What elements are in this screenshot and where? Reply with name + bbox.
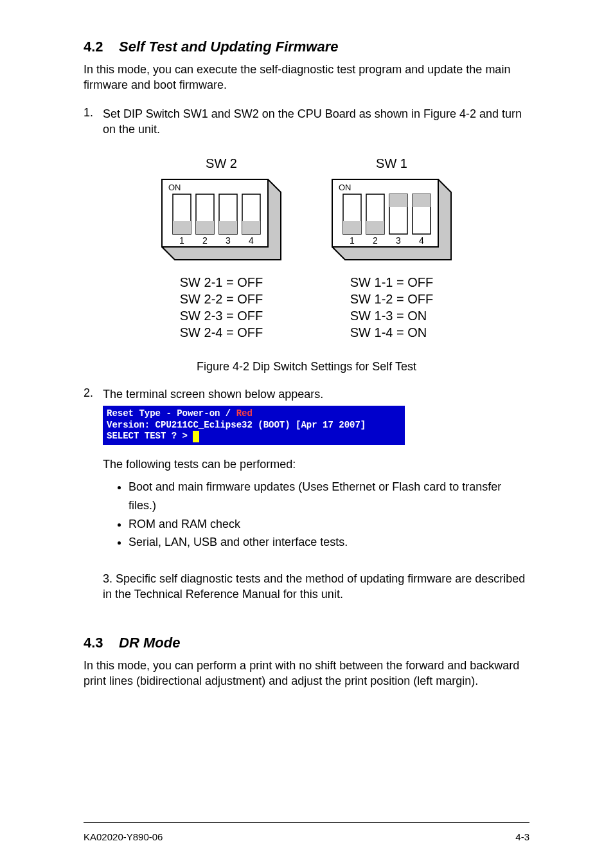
sw1-list: SW 1-1 = OFF SW 1-2 = OFF SW 1-3 = ON SW… — [350, 274, 433, 341]
section-number: 4.3 — [84, 635, 103, 651]
list-item: ROM and RAM check — [129, 515, 529, 534]
footer-divider — [84, 822, 529, 823]
terminal-output: Reset Type - Power-on / Red Version: CPU… — [103, 406, 405, 445]
step-text: Specific self diagnostic tests and the m… — [103, 572, 525, 601]
dip-title: SW 1 — [376, 156, 407, 171]
sw-line: SW 2-4 = OFF — [180, 324, 263, 341]
sw-line: SW 1-1 = OFF — [350, 274, 433, 291]
svg-text:2: 2 — [373, 235, 378, 246]
step-num: 1. — [84, 106, 103, 138]
dip-sw1: SW 1 ON 1 2 3 4 SW 1-1 = OFF SW 1-2 = OF… — [329, 156, 454, 341]
section-title: Self Test and Updating Firmware — [119, 39, 338, 55]
page-footer: KA02020-Y890-06 4-3 — [84, 831, 529, 842]
svg-text:4: 4 — [419, 235, 424, 246]
sw-line: SW 1-3 = ON — [350, 307, 433, 324]
svg-rect-23 — [389, 194, 407, 207]
section-title: DR Mode — [119, 635, 180, 651]
step-text: Set DIP Switch SW1 and SW2 on the CPU Bo… — [103, 106, 529, 138]
svg-rect-9 — [219, 221, 237, 234]
svg-rect-17 — [343, 221, 361, 234]
figure-caption: Figure 4-2 Dip Switch Settings for Self … — [84, 360, 529, 374]
svg-text:2: 2 — [202, 235, 208, 246]
terminal-line-2: Version: CPU211CC_Eclipse32 (BOOT) [Apr … — [107, 420, 401, 431]
tests-list: Boot and main firmware updates (Uses Eth… — [129, 478, 529, 552]
svg-rect-20 — [366, 221, 384, 234]
cursor-icon: _ — [193, 431, 199, 442]
svg-text:1: 1 — [350, 235, 355, 246]
step-text: The terminal screen shown below appears. — [103, 386, 323, 402]
sw-line: SW 1-4 = ON — [350, 324, 433, 341]
dip-switch-figure: SW 2 ON 1 2 3 4 SW 2-1 = OFF SW 2-2 = OF… — [84, 156, 529, 341]
sw-line: SW 2-3 = OFF — [180, 307, 263, 324]
sw-line: SW 2-2 = OFF — [180, 291, 263, 307]
sw-line: SW 2-1 = OFF — [180, 274, 263, 291]
section-number: 4.2 — [84, 39, 103, 55]
on-label: ON — [168, 183, 181, 192]
list-item: Boot and main firmware updates (Uses Eth… — [129, 478, 529, 515]
svg-text:4: 4 — [249, 235, 254, 246]
svg-rect-12 — [242, 221, 260, 234]
step-3: 3. Specific self diagnostic tests and th… — [103, 571, 529, 602]
doc-id: KA02020-Y890-06 — [84, 831, 163, 842]
terminal-red-text: Red — [236, 408, 253, 419]
step-1: 1. Set DIP Switch SW1 and SW2 on the CPU… — [84, 106, 529, 138]
sw-line: SW 1-2 = OFF — [350, 291, 433, 307]
sw2-list: SW 2-1 = OFF SW 2-2 = OFF SW 2-3 = OFF S… — [180, 274, 263, 341]
svg-text:3: 3 — [226, 235, 231, 246]
svg-text:3: 3 — [396, 235, 401, 246]
step-num: 3. — [103, 572, 112, 585]
section-header: 4.2 Self Test and Updating Firmware — [84, 39, 529, 55]
svg-text:1: 1 — [179, 235, 184, 246]
step-num: 2. — [84, 386, 103, 402]
terminal-line-1: Reset Type - Power-on / Red — [107, 408, 401, 420]
svg-rect-26 — [413, 194, 431, 207]
list-item: Serial, LAN, USB and other interface tes… — [129, 533, 529, 552]
step-2: 2. The terminal screen shown below appea… — [84, 386, 529, 402]
next-section-header: 4.3 DR Mode — [84, 635, 529, 651]
terminal-line-3: SELECT TEST ? > _ — [107, 431, 401, 442]
dip-sw2-graphic: ON 1 2 3 4 — [159, 176, 284, 266]
intro-text: In this mode, you can execute the self-d… — [84, 62, 529, 93]
dip-sw2: SW 2 ON 1 2 3 4 SW 2-1 = OFF SW 2-2 = OF… — [159, 156, 284, 341]
page-number: 4-3 — [515, 831, 529, 842]
dip-sw1-graphic: ON 1 2 3 4 — [329, 176, 454, 266]
on-label: ON — [339, 183, 351, 192]
dip-title: SW 2 — [206, 156, 237, 171]
svg-rect-6 — [196, 221, 214, 234]
tests-label: The following tests can be performed: — [103, 458, 529, 471]
next-section-text: In this mode, you can perform a print wi… — [84, 658, 529, 689]
svg-rect-3 — [173, 221, 191, 234]
